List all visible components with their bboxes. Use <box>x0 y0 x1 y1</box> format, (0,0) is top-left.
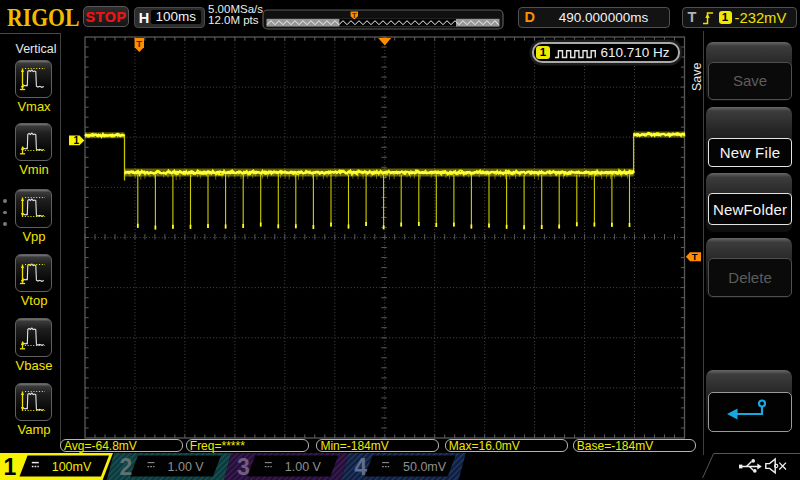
svg-text:4: 4 <box>354 454 367 480</box>
svg-text:3: 3 <box>237 454 250 480</box>
svg-text:50.0mV: 50.0mV <box>403 460 447 474</box>
svg-text:100mV: 100mV <box>52 460 92 474</box>
svg-text:1: 1 <box>74 135 80 146</box>
svg-text:T: T <box>692 251 698 262</box>
svg-text:T: T <box>352 11 357 20</box>
svg-text:1: 1 <box>4 454 17 480</box>
svg-text:T: T <box>136 38 142 49</box>
svg-text:1.00 V: 1.00 V <box>168 460 205 474</box>
svg-text:1.00 V: 1.00 V <box>285 460 322 474</box>
svg-text:2: 2 <box>120 454 133 480</box>
